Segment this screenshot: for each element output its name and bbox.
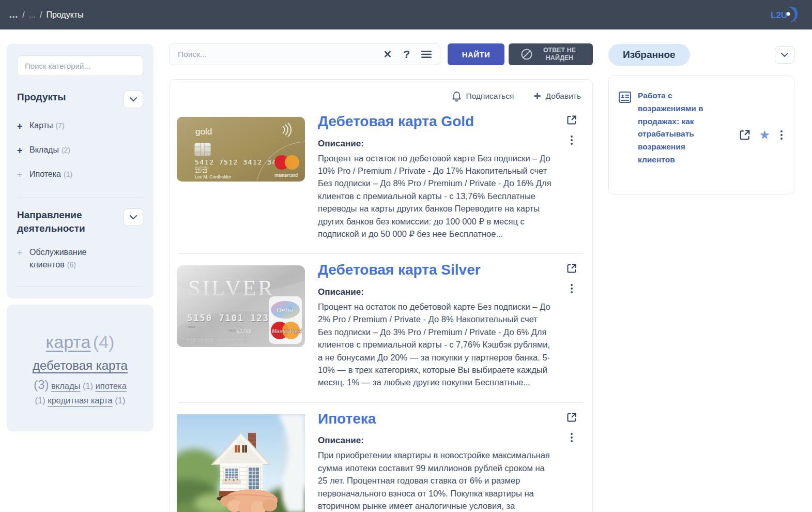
subscribe-label: Подписаться [466, 92, 514, 101]
result-title[interactable]: Дебетовая карта Silver [318, 261, 553, 279]
more-options-icon[interactable] [778, 128, 785, 142]
category-count: (1) [64, 170, 72, 178]
sidebar-item-karty[interactable]: + Карты(7) [17, 114, 143, 139]
category-count: (2) [62, 146, 70, 154]
favorite-star-icon[interactable]: ★ [759, 129, 770, 141]
description-label: Описание: [318, 435, 553, 446]
breadcrumb-parent[interactable]: ... [29, 10, 36, 20]
svg-text:mastercard: mastercard [274, 173, 298, 178]
result-item-silver: SILVER 5150 7101 1234 5150 7101 1234 567… [170, 254, 592, 402]
tag-count: (1) [83, 381, 93, 390]
result-title[interactable]: Ипотека [318, 410, 553, 428]
tag-link-debetovaya-karta[interactable]: дебетовая карта [33, 358, 128, 372]
svg-text:SILVER: SILVER [188, 276, 274, 300]
direction-category-list: + Обслуживание клиентов(6) [17, 241, 143, 276]
menu-icon[interactable] [421, 50, 432, 58]
tag-cloud-panel: карта (4) дебетовая карта (3) вклады (1)… [7, 305, 154, 431]
search-input[interactable] [178, 50, 372, 59]
direction-section-title: Направление деятельности [17, 208, 110, 235]
external-link-icon[interactable] [739, 129, 750, 141]
silver-card-image: SILVER 5150 7101 1234 5150 7101 1234 567… [177, 265, 305, 388]
chevron-down-icon [129, 215, 137, 220]
add-label: Добавить [545, 92, 581, 101]
result-item-gold: gold 5412 7512 3412 3456 VALID THRU 12/2… [170, 106, 592, 253]
chevron-down-icon [129, 97, 137, 102]
add-button[interactable]: + Добавить [533, 90, 581, 102]
more-options-icon[interactable] [569, 133, 575, 147]
products-category-list: + Карты(7) + Вклады(2) + Ипотека(1) [17, 114, 143, 187]
breadcrumb-separator: / [40, 10, 42, 20]
direction-collapse-button[interactable] [124, 208, 143, 226]
top-navigation-bar: ... / ... / Продукты L2U [0, 0, 812, 29]
result-title[interactable]: Дебетовая карта Gold [318, 113, 553, 130]
result-item-icons [561, 113, 582, 240]
sidebar-item-vklady[interactable]: + Вклады(2) [17, 139, 143, 163]
sidebar-item-obsluzhivanie[interactable]: + Обслуживание клиентов(6) [17, 241, 143, 276]
expand-plus-icon[interactable]: + [17, 246, 29, 260]
result-body: Дебетовая карта Gold Описание: Процент н… [318, 113, 553, 240]
plus-icon: + [533, 90, 541, 102]
prohibition-icon [520, 48, 533, 61]
products-collapse-button[interactable] [124, 91, 143, 108]
sidebar-item-ipoteka[interactable]: + Ипотека(1) [17, 163, 143, 187]
category-search-input[interactable] [17, 55, 143, 76]
category-count: (6) [67, 261, 76, 269]
category-label: Вклады [29, 145, 59, 154]
svg-text:L2U: L2U [771, 10, 787, 20]
app-logo[interactable]: L2U [765, 4, 803, 26]
category-label: Ипотека [29, 170, 61, 178]
category-label: Карты [29, 121, 53, 130]
external-link-icon[interactable] [566, 263, 577, 274]
breadcrumb-root[interactable]: ... [9, 10, 18, 20]
tag-count: (1) [35, 396, 45, 405]
favorites-tab[interactable]: Избранное [608, 44, 690, 66]
svg-text:5150 7101 1234: 5150 7101 1234 [187, 313, 275, 323]
expand-plus-icon[interactable]: + [17, 119, 29, 133]
sidebar-divider [17, 287, 143, 287]
svg-text:12/23: 12/23 [195, 169, 207, 174]
favorite-item-title[interactable]: Работа с возражениями в продажах: как от… [638, 89, 716, 167]
result-body: Дебетовая карта Silver Описание: Процент… [318, 261, 553, 388]
favorite-item-card: Работа с возражениями в продажах: как от… [608, 76, 794, 194]
products-section-title: Продукты [17, 91, 66, 104]
description-text: Процент на остаток по дебетовой карте Бе… [318, 300, 553, 389]
svg-text:MasterCard: MasterCard [272, 328, 302, 334]
more-options-icon[interactable] [569, 282, 575, 295]
products-section-header: Продукты [17, 91, 143, 108]
expand-plus-icon[interactable]: + [17, 144, 29, 158]
svg-text:gold: gold [195, 127, 212, 137]
external-link-icon[interactable] [566, 115, 577, 125]
svg-text:Debit: Debit [277, 306, 294, 314]
l2u-logo-icon: L2U [765, 4, 803, 26]
more-options-icon[interactable] [569, 431, 575, 444]
tag-count: (4) [93, 332, 115, 352]
result-item-ipoteka: Ипотека Описание: При приобретении кварт… [170, 403, 592, 512]
tag-link-ipoteka[interactable]: ипотека [96, 381, 127, 390]
description-text: Процент на остаток по дебетовой карте Бе… [318, 152, 553, 240]
find-button[interactable]: НАЙТИ [448, 43, 504, 65]
article-card-icon [618, 91, 632, 104]
sidebar-divider [17, 198, 143, 198]
description-label: Описание: [318, 139, 553, 149]
favorite-item-icons: ★ [739, 128, 785, 142]
svg-text:Lee M. Cordholder: Lee M. Cordholder [195, 174, 232, 179]
result-body: Ипотека Описание: При приобретении кварт… [318, 410, 553, 512]
tag-link-vklady[interactable]: вклады [51, 381, 80, 390]
favorites-header: Избранное [608, 44, 794, 66]
clear-search-icon[interactable]: ✕ [383, 48, 392, 61]
answer-not-found-button[interactable]: ОТВЕТ НЕ НАЙДЕН [509, 43, 593, 65]
tag-link-karta[interactable]: карта [46, 332, 91, 352]
gold-card-image: gold 5412 7512 3412 3456 VALID THRU 12/2… [177, 117, 305, 240]
mortgage-house-image [177, 414, 305, 512]
svg-text:5412 7512 3412 3456: 5412 7512 3412 3456 [195, 158, 286, 166]
subscribe-button[interactable]: Подписаться [452, 91, 514, 102]
category-label: Обслуживание клиентов [29, 248, 86, 269]
favorites-collapse-button[interactable] [775, 46, 794, 64]
help-icon[interactable]: ? [403, 48, 410, 61]
tag-link-kreditnaya-karta[interactable]: кредитная карта [48, 396, 113, 405]
category-count: (7) [56, 122, 65, 130]
external-link-icon[interactable] [566, 412, 577, 423]
results-actions: Подписаться + Добавить [170, 80, 592, 106]
expand-plus-icon[interactable]: + [17, 168, 29, 182]
main-content: ✕ ? НАЙТИ ОТВЕТ НЕ НАЙДЕН [169, 43, 593, 512]
